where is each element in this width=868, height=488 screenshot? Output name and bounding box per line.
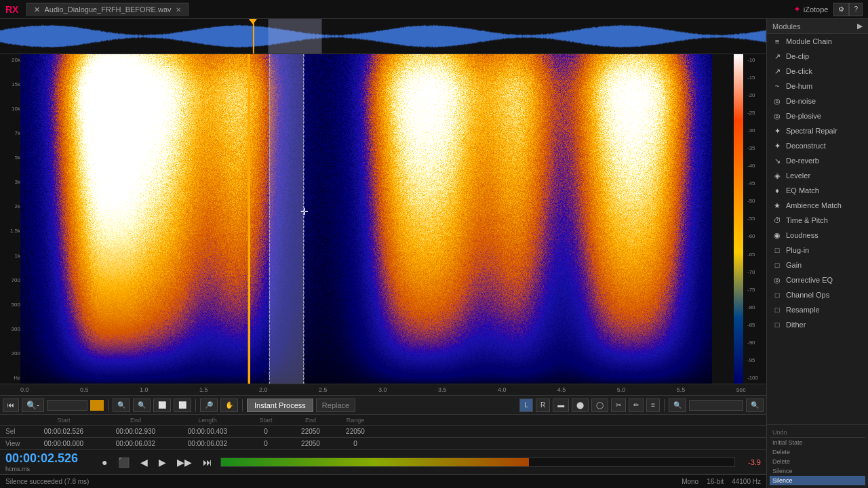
de-noise-item[interactable]: ◎ De-noise [767,94,868,108]
zoom-fit-button[interactable]: ⬜ [153,399,171,412]
resample-item[interactable]: □ Resample [767,302,868,317]
pencil-tool-button[interactable]: ✏ [629,399,644,412]
tab-filename: Audio_Dialogue_FRFH_BEFORE.wav [44,5,171,14]
settings-button[interactable]: ⚙ [833,3,849,16]
leveler-item[interactable]: ◈ Leveler [767,168,868,183]
de-clip-item[interactable]: ↗ De-clip [767,49,868,64]
eq-tool-button[interactable]: ≡ [646,399,660,412]
freq-7k: 7k [0,130,20,136]
db-neg20: -20 [747,92,765,98]
channel-select-button[interactable]: L [519,399,533,412]
gain-label: Gain [786,261,802,269]
skip-to-start-button[interactable]: ⏮ [3,399,19,412]
search-out-button[interactable]: 🔍 [746,399,764,412]
hand-tool-button[interactable]: ✋ [220,399,238,412]
titlebar: RX ✕ Audio_Dialogue_FRFH_BEFORE.wav ✕ ✦ … [0,0,868,19]
start2-header: Start [245,417,286,424]
zoom-slider[interactable] [47,400,87,411]
db-neg55: -55 [747,216,765,222]
db-neg30: -30 [747,127,765,134]
magnify-button[interactable]: 🔎 [200,399,218,412]
freq-3k: 3k [0,179,20,185]
zoom-out-button[interactable]: 🔍- [22,399,44,412]
replace-button[interactable]: Replace [316,399,355,412]
undo-delete-2[interactable]: Delete [770,457,865,466]
loudness-item[interactable]: ◉ Loudness [767,228,868,243]
spectrogram-display[interactable]: ✛ [20,54,712,384]
undo-initial-state[interactable]: Initial State [770,438,865,447]
de-noise-icon: ◎ [772,96,782,106]
back-button[interactable]: ◀ [138,455,151,469]
db-neg35: -35 [747,145,765,151]
de-hum-item[interactable]: ~ De-hum [767,79,868,94]
skip-end-button[interactable]: ⏭ [200,455,215,469]
brush-tool-button[interactable]: ✂ [611,399,626,412]
search-in-button[interactable]: 🔍 [669,399,686,412]
spectrogram-wrapper: 20k 15k 10k 7k 5k 3k 2k 1.5k 1k 700 500 … [0,54,766,384]
de-plosive-item[interactable]: ◎ De-plosive [767,108,868,123]
center-panel: 20k 15k 10k 7k 5k 3k 2k 1.5k 1k 700 500 … [0,19,766,488]
vu-meter [220,458,735,467]
de-clip-label: De-clip [786,52,809,60]
separator-4 [664,399,665,411]
timecode-format: hcms.ms [5,466,94,472]
de-noise-label: De-noise [786,97,816,105]
help-button[interactable]: ? [849,3,863,16]
timeline-markers: 0.0 0.5 1.0 1.5 2.0 2.5 3.0 3.5 4.0 4.5 … [20,386,746,393]
undo-delete-1[interactable]: Delete [770,447,865,457]
play-button[interactable]: ▶ [156,455,169,469]
time-4: 4.0 [498,386,507,393]
db-neg70: -70 [747,269,765,275]
freq-1-5k: 1.5k [0,228,20,234]
channel-ops-label: Channel Ops [786,291,829,299]
zoom-spectrogram-button[interactable]: ⬜ [174,399,191,412]
module-chain-item[interactable]: ≡ Module Chain [767,34,868,49]
spectral-repair-item[interactable]: ✦ Spectral Repair [767,123,868,138]
view-mode-button[interactable]: ▬ [553,399,569,412]
view-end2: 22050 [290,440,331,447]
separator-1 [108,399,108,411]
gain-item[interactable]: □ Gain [767,258,868,272]
ambience-match-item[interactable]: ★ Ambience Match [767,198,868,213]
tab-close-button[interactable]: ✕ [176,6,181,14]
de-click-item[interactable]: ↗ De-click [767,64,868,79]
instant-process-button[interactable]: Instant Process [247,399,313,412]
corrective-eq-icon: ◎ [772,275,782,285]
channel-ops-item[interactable]: □ Channel Ops [767,287,868,302]
db-neg10: -10 [747,57,765,63]
modules-arrow-icon[interactable]: ▶ [857,22,863,30]
stop-button[interactable]: ⬛ [115,455,132,469]
dither-item[interactable]: □ Dither [767,317,868,332]
waveform-overview[interactable] [0,19,766,54]
izotope-logo: ✦ iZotope [793,4,829,14]
eq-match-label: EQ Match [786,186,819,195]
record-button[interactable]: ● [99,455,110,469]
eraser-tool-button[interactable]: ◯ [591,399,608,412]
freq-hz: Hz [0,375,20,381]
lasso-tool-button[interactable]: ⬤ [572,399,589,412]
zoom-waveform-button[interactable]: 🔍 [133,399,151,412]
deconstruct-item[interactable]: ✦ Deconstruct [767,138,868,153]
time-5-5: 5.5 [677,386,686,393]
de-reverb-item[interactable]: ↘ De-reverb [767,153,868,168]
freq-20k: 20k [0,57,20,63]
time-pitch-item[interactable]: ⏱ Time & Pitch [767,213,868,228]
time-pitch-icon: ⏱ [772,216,782,225]
de-plosive-label: De-plosive [786,112,821,120]
search-slider[interactable] [689,400,743,411]
plug-in-label: Plug-in [786,246,809,254]
freq-300: 300 [0,326,20,332]
play-selection-button[interactable]: ▶▶ [174,455,195,469]
zoom-in-button[interactable]: 🔍 [113,399,130,412]
leveler-icon: ◈ [772,171,782,180]
undo-silence-2-selected[interactable]: Silence [770,476,865,485]
sel-range: 22050 [335,428,376,435]
view-end: 00:00:06.032 [102,440,170,447]
plug-in-item[interactable]: □ Plug-in [767,243,868,258]
module-chain-label: Module Chain [786,37,832,45]
eq-match-item[interactable]: ♦ EQ Match [767,183,868,198]
file-tab[interactable]: ✕ Audio_Dialogue_FRFH_BEFORE.wav ✕ [26,3,188,16]
channel-select-r-button[interactable]: R [536,399,550,412]
undo-silence-1[interactable]: Silence [770,466,865,476]
corrective-eq-item[interactable]: ◎ Corrective EQ [767,272,868,287]
